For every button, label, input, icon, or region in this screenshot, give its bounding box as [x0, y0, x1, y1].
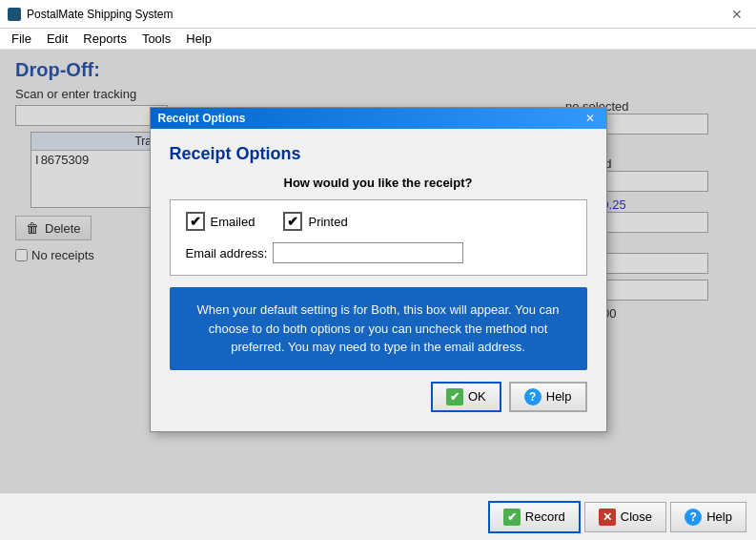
help-label: Help: [546, 389, 572, 404]
email-row: Email address:: [186, 242, 571, 263]
email-input[interactable]: [273, 242, 463, 263]
info-box: When your default setting is for Both, t…: [170, 287, 587, 370]
menu-bar: File Edit Reports Tools Help: [0, 29, 756, 50]
app-icon: [8, 8, 21, 21]
printed-checkbox-item: Printed: [283, 212, 347, 231]
dialog-heading: Receipt Options: [170, 144, 587, 164]
receipt-options-dialog: Receipt Options ✕ Receipt Options How wo…: [150, 107, 607, 432]
toolbar-help-label: Help: [706, 509, 732, 524]
toolbar-help-button[interactable]: ? Help: [670, 502, 746, 532]
ok-check-icon: ✔: [446, 388, 463, 405]
receipt-options-box: Emailed Printed Email address:: [170, 199, 587, 276]
close-red-icon: ✕: [599, 509, 616, 526]
dialog-title-text: Receipt Options: [158, 112, 246, 125]
help-button[interactable]: ? Help: [509, 382, 587, 412]
receipt-question: How would you like the receipt?: [170, 176, 587, 190]
title-bar: PostalMate Shipping System ✕: [0, 0, 756, 29]
title-bar-left: PostalMate Shipping System: [8, 8, 173, 21]
toolbar-help-icon: ?: [684, 509, 702, 526]
record-button[interactable]: ✔ Record: [488, 501, 581, 533]
ok-button[interactable]: ✔ OK: [431, 382, 501, 412]
menu-edit[interactable]: Edit: [39, 30, 75, 48]
menu-tools[interactable]: Tools: [134, 30, 178, 48]
printed-checkbox[interactable]: [283, 212, 302, 231]
main-content: Drop-Off: Scan or enter tracking Trackin…: [0, 50, 756, 492]
ok-label: OK: [468, 389, 486, 404]
window-close-button[interactable]: ✕: [725, 5, 748, 24]
close-label: Close: [621, 509, 652, 524]
record-check-icon: ✔: [503, 509, 521, 526]
dialog-buttons: ✔ OK ? Help: [170, 382, 587, 416]
menu-file[interactable]: File: [4, 30, 39, 48]
title-bar-title: PostalMate Shipping System: [27, 8, 173, 21]
checkbox-row: Emailed Printed: [186, 212, 571, 231]
printed-label: Printed: [308, 215, 347, 229]
help-question-icon: ?: [524, 388, 541, 405]
dialog-body: Receipt Options How would you like the r…: [151, 129, 606, 431]
dialog-titlebar: Receipt Options ✕: [151, 108, 606, 129]
email-address-label: Email address:: [186, 246, 268, 260]
emailed-label: Emailed: [211, 215, 255, 229]
emailed-checkbox[interactable]: [186, 212, 205, 231]
close-button[interactable]: ✕ Close: [584, 502, 666, 532]
bottom-toolbar: ✔ Record ✕ Close ? Help: [0, 492, 756, 540]
menu-reports[interactable]: Reports: [75, 30, 134, 48]
dialog-close-button[interactable]: ✕: [582, 112, 599, 125]
modal-overlay: Receipt Options ✕ Receipt Options How wo…: [0, 50, 756, 492]
record-label: Record: [525, 509, 565, 524]
menu-help[interactable]: Help: [178, 30, 219, 48]
emailed-checkbox-item: Emailed: [186, 212, 255, 231]
